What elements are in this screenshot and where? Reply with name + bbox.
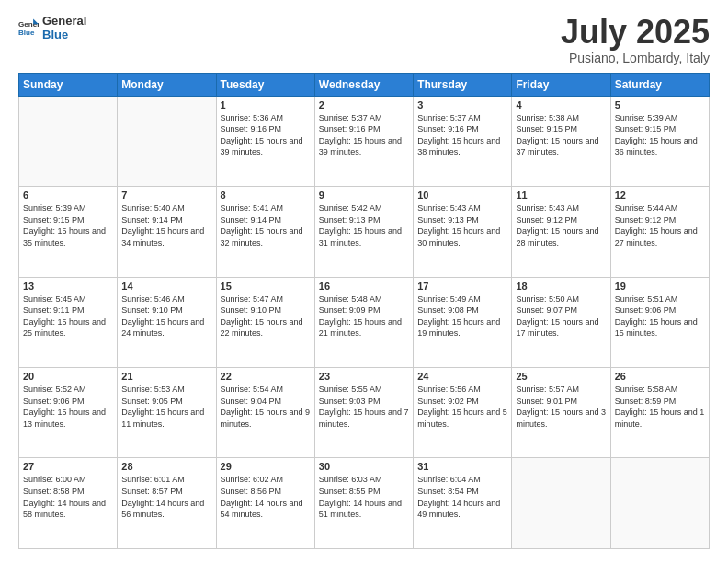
cell-info: Sunrise: 5:51 AMSunset: 9:06 PMDaylight:…: [615, 293, 705, 339]
calendar-week-3: 13Sunrise: 5:45 AMSunset: 9:11 PMDayligh…: [19, 277, 710, 367]
cell-info: Sunrise: 5:50 AMSunset: 9:07 PMDaylight:…: [516, 293, 606, 339]
cell-info: Sunrise: 5:52 AMSunset: 9:06 PMDaylight:…: [23, 384, 113, 430]
calendar-cell: 16Sunrise: 5:48 AMSunset: 9:09 PMDayligh…: [314, 277, 413, 367]
cell-info: Sunrise: 5:40 AMSunset: 9:14 PMDaylight:…: [121, 202, 211, 248]
cell-info: Sunrise: 5:37 AMSunset: 9:16 PMDaylight:…: [319, 112, 409, 158]
day-number: 29: [221, 461, 311, 472]
day-number: 2: [319, 99, 409, 110]
day-number: 23: [319, 371, 409, 382]
cell-info: Sunrise: 6:03 AMSunset: 8:55 PMDaylight:…: [319, 474, 409, 520]
day-number: 5: [615, 99, 705, 110]
day-number: 16: [319, 281, 409, 292]
calendar-cell: 3Sunrise: 5:37 AMSunset: 9:16 PMDaylight…: [414, 96, 512, 186]
day-number: 26: [615, 371, 705, 382]
calendar-cell: 2Sunrise: 5:37 AMSunset: 9:16 PMDaylight…: [314, 96, 413, 186]
day-number: 24: [417, 371, 507, 382]
logo-blue-text: Blue: [42, 28, 86, 41]
day-number: 17: [417, 281, 507, 292]
day-header-tuesday: Tuesday: [216, 73, 314, 96]
calendar-cell: 19Sunrise: 5:51 AMSunset: 9:06 PMDayligh…: [610, 277, 709, 367]
calendar-cell: 20Sunrise: 5:52 AMSunset: 9:06 PMDayligh…: [19, 368, 118, 458]
day-number: 20: [23, 371, 113, 382]
cell-info: Sunrise: 5:37 AMSunset: 9:16 PMDaylight:…: [417, 112, 507, 158]
cell-info: Sunrise: 5:36 AMSunset: 9:16 PMDaylight:…: [221, 112, 311, 158]
cell-info: Sunrise: 5:56 AMSunset: 9:02 PMDaylight:…: [417, 384, 507, 430]
calendar-cell: 6Sunrise: 5:39 AMSunset: 9:15 PMDaylight…: [19, 187, 118, 277]
cell-info: Sunrise: 5:44 AMSunset: 9:12 PMDaylight:…: [615, 202, 705, 248]
calendar-page: General Blue General Blue July 2025 Pusi…: [0, 0, 728, 563]
cell-info: Sunrise: 5:39 AMSunset: 9:15 PMDaylight:…: [615, 112, 705, 158]
cell-info: Sunrise: 5:42 AMSunset: 9:13 PMDaylight:…: [319, 202, 409, 248]
cell-info: Sunrise: 5:39 AMSunset: 9:15 PMDaylight:…: [23, 202, 113, 248]
calendar-cell: [118, 96, 216, 186]
cell-info: Sunrise: 5:55 AMSunset: 9:03 PMDaylight:…: [319, 384, 409, 430]
day-header-monday: Monday: [118, 73, 216, 96]
cell-info: Sunrise: 5:57 AMSunset: 9:01 PMDaylight:…: [516, 384, 606, 430]
day-number: 28: [121, 461, 211, 472]
calendar-week-2: 6Sunrise: 5:39 AMSunset: 9:15 PMDaylight…: [19, 187, 710, 277]
calendar-cell: 31Sunrise: 6:04 AMSunset: 8:54 PMDayligh…: [414, 458, 512, 549]
cell-info: Sunrise: 5:45 AMSunset: 9:11 PMDaylight:…: [23, 293, 113, 339]
calendar-cell: 28Sunrise: 6:01 AMSunset: 8:57 PMDayligh…: [118, 458, 216, 549]
calendar-cell: [19, 96, 118, 186]
day-number: 15: [221, 281, 311, 292]
cell-info: Sunrise: 5:54 AMSunset: 9:04 PMDaylight:…: [221, 384, 311, 430]
calendar-cell: 17Sunrise: 5:49 AMSunset: 9:08 PMDayligh…: [414, 277, 512, 367]
calendar-cell: 25Sunrise: 5:57 AMSunset: 9:01 PMDayligh…: [512, 368, 610, 458]
day-number: 27: [23, 461, 113, 472]
calendar-cell: 30Sunrise: 6:03 AMSunset: 8:55 PMDayligh…: [314, 458, 413, 549]
day-number: 18: [516, 281, 606, 292]
header: General Blue General Blue July 2025 Pusi…: [18, 14, 710, 65]
svg-text:Blue: Blue: [18, 29, 35, 37]
calendar-cell: [610, 458, 709, 549]
day-number: 7: [121, 190, 211, 201]
calendar-cell: [512, 458, 610, 549]
day-number: 22: [221, 371, 311, 382]
calendar-cell: 27Sunrise: 6:00 AMSunset: 8:58 PMDayligh…: [19, 458, 118, 549]
day-number: 13: [23, 281, 113, 292]
day-number: 19: [615, 281, 705, 292]
day-number: 10: [417, 190, 507, 201]
calendar-cell: 12Sunrise: 5:44 AMSunset: 9:12 PMDayligh…: [610, 187, 709, 277]
calendar-cell: 11Sunrise: 5:43 AMSunset: 9:12 PMDayligh…: [512, 187, 610, 277]
calendar-cell: 7Sunrise: 5:40 AMSunset: 9:14 PMDaylight…: [118, 187, 216, 277]
cell-info: Sunrise: 5:47 AMSunset: 9:10 PMDaylight:…: [221, 293, 311, 339]
day-number: 1: [221, 99, 311, 110]
calendar-cell: 26Sunrise: 5:58 AMSunset: 8:59 PMDayligh…: [610, 368, 709, 458]
month-title: July 2025: [561, 14, 710, 51]
logo-general-text: General: [42, 14, 86, 28]
cell-info: Sunrise: 5:49 AMSunset: 9:08 PMDaylight:…: [417, 293, 507, 339]
calendar-cell: 5Sunrise: 5:39 AMSunset: 9:15 PMDaylight…: [610, 96, 709, 186]
calendar-body: 1Sunrise: 5:36 AMSunset: 9:16 PMDaylight…: [19, 96, 710, 548]
day-number: 21: [121, 371, 211, 382]
calendar-cell: 15Sunrise: 5:47 AMSunset: 9:10 PMDayligh…: [216, 277, 314, 367]
calendar-week-1: 1Sunrise: 5:36 AMSunset: 9:16 PMDaylight…: [19, 96, 710, 186]
calendar-cell: 29Sunrise: 6:02 AMSunset: 8:56 PMDayligh…: [216, 458, 314, 549]
calendar-cell: 14Sunrise: 5:46 AMSunset: 9:10 PMDayligh…: [118, 277, 216, 367]
location: Pusiano, Lombardy, Italy: [561, 51, 710, 65]
calendar-cell: 23Sunrise: 5:55 AMSunset: 9:03 PMDayligh…: [314, 368, 413, 458]
calendar-week-4: 20Sunrise: 5:52 AMSunset: 9:06 PMDayligh…: [19, 368, 710, 458]
cell-info: Sunrise: 6:02 AMSunset: 8:56 PMDaylight:…: [221, 474, 311, 520]
cell-info: Sunrise: 5:53 AMSunset: 9:05 PMDaylight:…: [121, 384, 211, 430]
calendar-week-5: 27Sunrise: 6:00 AMSunset: 8:58 PMDayligh…: [19, 458, 710, 549]
cell-info: Sunrise: 6:04 AMSunset: 8:54 PMDaylight:…: [417, 474, 507, 520]
cell-info: Sunrise: 5:43 AMSunset: 9:12 PMDaylight:…: [516, 202, 606, 248]
cell-info: Sunrise: 5:38 AMSunset: 9:15 PMDaylight:…: [516, 112, 606, 158]
calendar-cell: 24Sunrise: 5:56 AMSunset: 9:02 PMDayligh…: [414, 368, 512, 458]
cell-info: Sunrise: 5:46 AMSunset: 9:10 PMDaylight:…: [121, 293, 211, 339]
day-number: 4: [516, 99, 606, 110]
day-number: 14: [121, 281, 211, 292]
calendar-cell: 1Sunrise: 5:36 AMSunset: 9:16 PMDaylight…: [216, 96, 314, 186]
day-number: 11: [516, 190, 606, 201]
cell-info: Sunrise: 6:01 AMSunset: 8:57 PMDaylight:…: [121, 474, 211, 520]
logo: General Blue General Blue: [18, 14, 86, 41]
calendar-table: SundayMondayTuesdayWednesdayThursdayFrid…: [18, 73, 710, 549]
day-number: 9: [319, 190, 409, 201]
calendar-cell: 21Sunrise: 5:53 AMSunset: 9:05 PMDayligh…: [118, 368, 216, 458]
calendar-cell: 18Sunrise: 5:50 AMSunset: 9:07 PMDayligh…: [512, 277, 610, 367]
cell-info: Sunrise: 6:00 AMSunset: 8:58 PMDaylight:…: [23, 474, 113, 520]
logo-icon: General Blue: [18, 17, 39, 38]
calendar-cell: 13Sunrise: 5:45 AMSunset: 9:11 PMDayligh…: [19, 277, 118, 367]
day-number: 12: [615, 190, 705, 201]
